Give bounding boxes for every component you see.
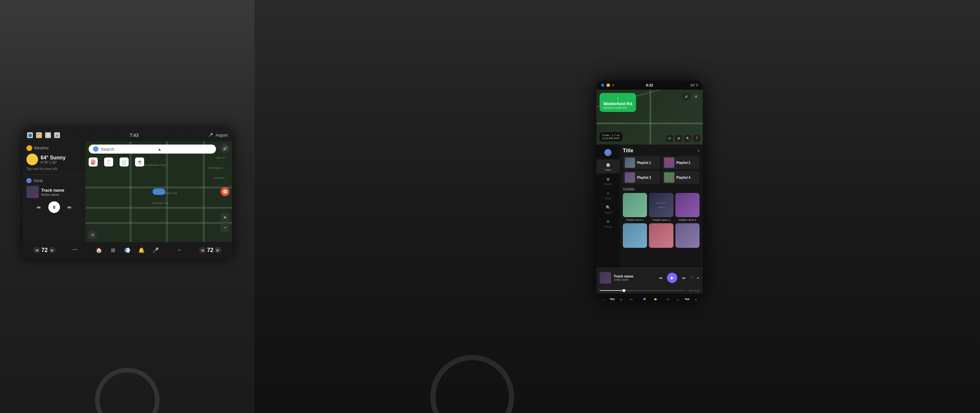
temp-right-up[interactable]: ▶ [215,247,221,253]
playlist-item-2[interactable]: Playlist 2 [662,156,700,169]
sidebar-item-search[interactable]: 🔍 Search [597,202,620,216]
map-zoom-controls: + − [221,213,229,232]
np-play-button[interactable]: ▶ [667,273,677,283]
map-label-charleston: Charleston Rd [151,202,168,204]
nav-settings-button[interactable]: ⚙ [666,135,673,142]
phone-settings-button[interactable]: ⚙ [664,297,671,300]
progress-dot [622,289,625,292]
playlist-card-3[interactable]: Playlist name 3 [675,193,700,221]
phone-nav-map[interactable]: ↑ Middlefield Rd toward Lowell Ave 5 min… [597,90,703,145]
playlist-card-2-art: ABSTRACT DESIGN [649,193,673,217]
progress-bar[interactable] [600,290,686,291]
nav-mic-button[interactable]: 🎤 [151,246,160,254]
playlist-1-name: Playlist 1 [637,161,651,164]
playlist-card-2[interactable]: ABSTRACT DESIGN Playlist name 2 [649,193,673,221]
np-prev-button[interactable]: ⏮ [657,274,664,282]
playlist-item-3[interactable]: Playlist 3 [623,171,660,184]
left-panel: 🔵 📶 ☀ 🔊 7:43 🎤 August Weather [0,0,255,413]
playlist-3-art [625,172,635,183]
nav-filter-button[interactable]: ⚡ [675,135,682,142]
main-content-left: Weather 64° Sunny H 78° L 52° Tap card f… [22,141,232,242]
search-label: Search [101,147,155,151]
right-panel: 🔵 📶 ☀ 8:32 64° F ↑ Middlefield Rd toward… [255,0,980,413]
artist-name-left: Artist name [41,193,64,196]
phone-temp-status: 64° F [690,84,698,87]
weather-label: Weather [34,146,49,150]
map-label-flyingaeronaut: Kite Flying A... [208,166,225,169]
nav-pin-button[interactable]: 📍 [693,135,700,142]
map-search-bar[interactable]: G Search ▲ [89,145,216,153]
temp-left-up[interactable]: ▶ [49,247,56,253]
sidebar-browse-label: Browse [604,183,611,185]
poi-coffee-icon[interactable]: ☕ [135,158,144,166]
playlist-item-1[interactable]: Playlist 1 [623,156,660,169]
nav-home-button[interactable]: 🏠 [95,246,103,254]
phone-temp-right: 70 [684,298,690,300]
np-expand-button[interactable]: ▲ [696,276,700,279]
progress-fill [600,290,625,291]
map-gps-button[interactable]: 🧭 [221,187,229,196]
temp-right-plus-phone[interactable]: + [695,297,698,300]
play-pause-button[interactable]: ⏸ [48,201,60,213]
app-sidebar: 🏠 Home ◉ Browse ≡ Library 🔍 Search ⚙ [597,145,620,268]
google-maps-icon: G [93,147,98,151]
temp-right-down[interactable]: ◀ [199,247,206,253]
playlist-card-1[interactable]: Playlist name 1 [623,193,647,221]
poi-gas-icon[interactable]: ⛽ [89,158,98,166]
nav-center-icons: 🏠 ⊞ 💨 🔔 🎤 [95,246,160,254]
nav-grid-button[interactable]: ⊞ [109,246,117,254]
poi-food-icon[interactable]: 🍴 [104,158,113,166]
aural-label: Aural [33,179,43,183]
sidebar-item-home[interactable]: 🏠 Home [597,159,620,174]
zoom-in-button[interactable]: + [221,213,229,222]
nav-search-button[interactable]: 🔍 [684,135,691,142]
zoom-out-button[interactable]: − [221,223,229,232]
playlist-icon: ≡ [697,148,700,153]
phone-temp-left: 70 [609,298,615,300]
weather-info: 64° Sunny H 78° L 52° [41,155,81,164]
phone-screen: 🔵 📶 ☀ 8:32 64° F ↑ Middlefield Rd toward… [597,81,703,300]
map-settings-button[interactable]: ⚙ [88,230,97,239]
temp-right-value: 72 [207,247,213,254]
nav-bell-button[interactable]: 🔔 [137,246,146,254]
playlist-bottom-grid-2 [623,223,700,247]
nav-fan-button[interactable]: 💨 [123,246,132,254]
playlist-card-5[interactable] [649,223,673,247]
nav-close-button[interactable]: ✕ [692,93,700,100]
temp-left-plus-phone[interactable]: + [620,297,622,300]
phone-grid-button[interactable]: ⊞ [628,297,635,300]
nav-sound-button[interactable]: 🔊 [683,93,690,100]
sidebar-item-library[interactable]: ≡ Library [597,188,620,202]
sidebar-item-settings[interactable]: ⚙ Settings [597,216,620,230]
status-bar-left: 🔵 📶 ☀ 🔊 7:43 🎤 August [22,129,232,141]
phone-signal-icon: 📶 [606,84,610,87]
weather-temp: 64° Sunny [41,155,81,161]
playlist-card-4[interactable] [623,223,647,247]
map-volume-button[interactable]: 🔊 [221,144,229,153]
np-heart-button[interactable]: ♡ [690,276,694,280]
playlist-2-name: Playlist 2 [676,161,690,164]
playlist-item-4[interactable]: Playlist 4 [662,171,700,184]
temp-left-minus-phone[interactable]: − [601,297,605,300]
next-button[interactable]: ⏭ [65,203,74,212]
temp-right-minus-phone[interactable]: − [676,297,679,300]
progress-section: 0:24 / 3:32 [597,287,703,293]
now-playing-artist: Artist name [614,278,654,281]
playlist-card-6[interactable] [675,223,700,247]
phone-bell-button[interactable]: 🔔 [652,297,659,300]
np-next-button[interactable]: ⏭ [680,274,687,282]
now-playing-info: Track name Artist name [614,274,654,281]
map-area[interactable]: Amphitheatre Pkwy Charleston Rd Kite Lot… [86,141,232,242]
playlist-card-1-art [623,193,647,217]
sidebar-item-browse[interactable]: ◉ Browse [597,174,620,188]
phone-mic-button[interactable]: 🎤 [640,297,647,300]
weather-card[interactable]: Weather 64° Sunny H 78° L 52° Tap card f… [22,141,86,175]
prev-button[interactable]: ⏮ [34,203,43,212]
browse-sidebar-icon: ◉ [605,176,611,182]
music-card[interactable]: Aural Track name Artist name ⏮ ⏸ ⏭ [22,175,86,242]
poi-shopping-icon[interactable]: 🛒 [119,158,129,166]
temp-left-down[interactable]: ◀ [33,247,40,253]
weather-sun-circle [26,153,38,165]
temp-left-group: ◀ 72 ▶ [33,247,56,254]
map-pois: ⛽ 🍴 🛒 ☕ [89,158,144,166]
